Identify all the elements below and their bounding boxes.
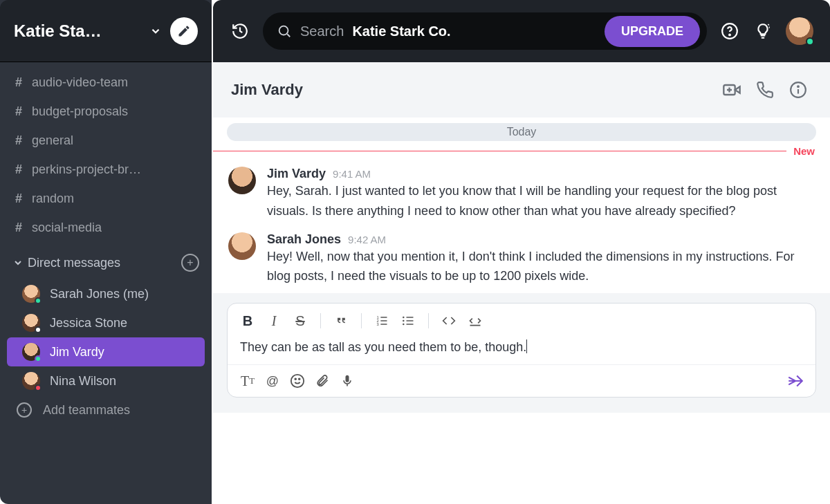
channel-item[interactable]: #budget-proposals [0,97,212,126]
codeblock-button[interactable] [465,310,486,331]
edit-button[interactable] [170,17,198,45]
presence-dot [35,326,42,333]
text-format-toggle[interactable]: TT [237,371,258,391]
hash-icon: # [15,162,32,177]
separator [320,313,321,328]
dm-list: Sarah Jones (me) Jessica Stone Jim Vardy… [0,279,212,395]
hash-icon: # [15,104,32,119]
ordered-list-button[interactable]: 123 [371,310,392,331]
presence-dot [35,297,42,304]
message-list: Jim Vardy9:41 AM Hey, Sarah. I just want… [213,160,830,293]
hash-icon: # [15,75,32,90]
svg-line-1 [287,34,290,37]
add-dm-button[interactable]: + [181,254,199,272]
composer-area: B I S 123 They can be as tall as you nee… [213,293,830,413]
topbar: Search Katie Stark Co. UPGRADE [213,0,830,62]
svg-point-25 [299,379,300,380]
video-call-icon[interactable] [718,76,746,104]
message-time: 9:41 AM [333,168,371,180]
search-box[interactable]: Search Katie Stark Co. UPGRADE [263,12,707,50]
dm-item-sarah[interactable]: Sarah Jones (me) [7,279,205,308]
channel-list: #audio-video-team #budget-proposals #gen… [0,64,212,246]
channel-item[interactable]: #random [0,184,212,213]
history-icon[interactable] [230,21,250,41]
dm-item-jim[interactable]: Jim Vardy [7,337,205,366]
user-avatar[interactable] [786,17,813,45]
dm-label: Jessica Stone [50,316,127,330]
dm-section-header[interactable]: Direct messages + [0,246,212,279]
message: Jim Vardy9:41 AM Hey, Sarah. I just want… [228,162,815,228]
svg-point-3 [729,35,730,36]
separator [428,313,429,328]
phone-icon[interactable] [751,76,779,104]
code-button[interactable] [439,310,459,331]
chat-title: Jim Vardy [231,81,712,99]
strike-button[interactable]: S [290,310,311,331]
search-value: Katie Stark Co. [352,24,450,39]
mic-button[interactable] [337,371,358,391]
avatar [22,343,40,361]
attachment-button[interactable] [312,371,333,391]
lightbulb-icon[interactable] [753,21,773,41]
new-divider: New [213,145,830,157]
chat-header: Jim Vardy [213,62,830,118]
message-time: 9:42 AM [348,234,386,245]
chevron-down-icon [12,257,28,268]
presence-dot [35,355,42,362]
unordered-list-button[interactable] [398,310,418,331]
avatar [228,232,256,260]
hash-icon: # [15,221,32,235]
message-input[interactable]: They can be as tall as you need them to … [228,335,815,365]
message-body: Hey! Well, now that you mention it, I do… [267,247,813,287]
presence-dot [806,37,814,46]
svg-point-21 [403,324,405,326]
quote-button[interactable] [331,310,351,331]
channel-item[interactable]: #general [0,126,212,155]
italic-button[interactable]: I [264,310,284,331]
workspace-name[interactable]: Katie Sta… [14,21,141,41]
channel-label: general [32,133,73,148]
channel-label: social-media [32,221,102,235]
message-body: Hey, Sarah. I just wanted to let you kno… [267,181,813,221]
send-button[interactable] [785,371,806,391]
message: Sarah Jones9:42 AM Hey! Well, now that y… [228,228,815,294]
svg-point-24 [295,379,296,380]
workspace-header: Katie Sta… [0,0,212,62]
plus-icon: + [17,402,32,418]
draft-text: They can be as tall as you need them to … [240,340,526,354]
upgrade-button[interactable]: UPGRADE [605,16,700,47]
dm-item-nina[interactable]: Nina Wilson [7,366,205,395]
channel-item[interactable]: #perkins-project-br… [0,155,212,184]
info-icon[interactable] [784,76,812,104]
bold-button[interactable]: B [237,310,258,331]
presence-dot [35,384,42,391]
composer: B I S 123 They can be as tall as you nee… [227,303,816,398]
message-author: Sarah Jones [267,232,341,247]
chat-pane: Jim Vardy Today New Jim Vardy9:41 AM Hey… [213,62,830,504]
text-cursor [526,339,527,353]
action-toolbar: TT @ [228,365,815,397]
avatar [22,285,40,303]
day-divider: Today [227,123,816,141]
add-teammates-label: Add teammates [43,403,130,418]
dm-label: Nina Wilson [50,374,116,389]
svg-point-0 [279,26,288,35]
dm-item-jessica[interactable]: Jessica Stone [7,308,205,337]
dm-label: Sarah Jones (me) [50,287,149,301]
mention-button[interactable]: @ [262,371,283,391]
separator [361,313,362,328]
svg-point-23 [291,375,304,387]
add-teammates-button[interactable]: + Add teammates [0,395,212,424]
svg-point-9 [797,86,799,87]
dm-label: Jim Vardy [50,345,104,360]
channel-label: budget-proposals [32,104,128,119]
chevron-down-icon[interactable] [149,25,162,37]
format-toolbar: B I S 123 [228,304,815,335]
emoji-button[interactable] [287,371,308,391]
channel-item[interactable]: #audio-video-team [0,68,212,97]
help-icon[interactable] [719,21,740,41]
dm-section-title: Direct messages [28,256,181,270]
sidebar: Katie Sta… #audio-video-team #budget-pro… [0,0,212,504]
channel-label: perkins-project-br… [32,162,141,177]
channel-item[interactable]: #social-media [0,213,212,242]
